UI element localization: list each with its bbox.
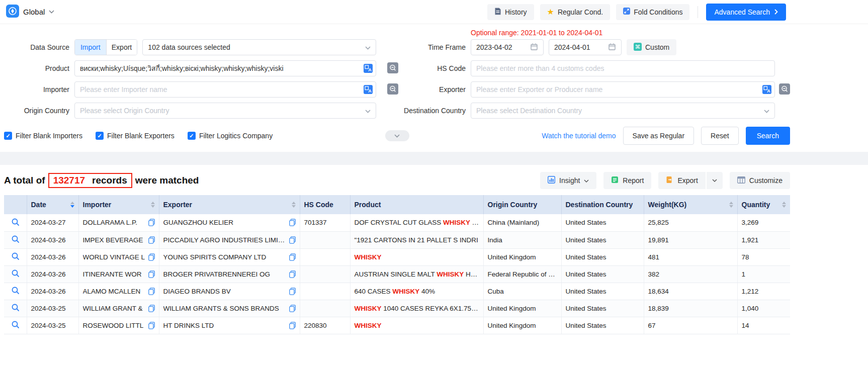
date-to-picker[interactable]: 2024-04-01 [549, 39, 622, 55]
exclude-search-icon[interactable] [779, 83, 790, 96]
row-detail-button[interactable] [4, 248, 27, 265]
filter-blank-exporters-checkbox[interactable]: ✓ Filter Blank Exporters [96, 132, 175, 140]
exclude-search-icon[interactable] [387, 62, 398, 75]
cell-date: 2024-03-26 [27, 283, 78, 300]
time-frame-label: Time Frame [400, 43, 471, 51]
insight-button[interactable]: Insight [540, 172, 596, 189]
section-divider [0, 152, 868, 165]
row-detail-button[interactable] [4, 300, 27, 317]
exclude-search-icon[interactable] [387, 83, 398, 96]
copy-icon[interactable] [148, 270, 155, 278]
chevron-down-icon [365, 43, 371, 51]
save-as-regular-button[interactable]: Save as Regular [623, 127, 695, 145]
cell-exporter: DIAGEO BRANDS BV [159, 283, 300, 300]
regular-conditions-label: Regular Cond. [558, 8, 603, 16]
cell-importer: IMPEX BEVERAGE [78, 231, 159, 248]
exporter-label: Exporter [400, 85, 471, 94]
cell-exporter: GUANGZHOU KELIER [159, 214, 300, 231]
row-detail-button[interactable] [4, 283, 27, 300]
tutorial-demo-link[interactable]: Watch the tutorial demo [542, 132, 616, 140]
row-detail-button[interactable] [4, 317, 27, 334]
export-button[interactable]: Export [658, 172, 705, 189]
row-detail-button[interactable] [4, 265, 27, 283]
date-to-value: 2024-04-01 [554, 43, 590, 51]
export-options-button[interactable] [706, 172, 723, 189]
product-label: Product [4, 64, 74, 72]
translate-icon[interactable]: A [762, 85, 771, 94]
cell-hs-code [300, 265, 350, 283]
product-input[interactable] [80, 64, 371, 72]
filter-logistics-checkbox[interactable]: ✓ Filter Logitics Company [188, 132, 273, 140]
copy-icon[interactable] [148, 253, 155, 261]
table-row: 2024-03-25ROSEWOOD LITTLHT DRINKS LTD220… [4, 317, 790, 334]
report-label: Report [623, 176, 644, 185]
date-from-picker[interactable]: 2023-04-02 [471, 39, 544, 55]
sort-icon[interactable] [148, 202, 155, 208]
cell-hs-code: 220830 [300, 317, 350, 334]
copy-icon[interactable] [289, 236, 296, 244]
copy-icon[interactable] [289, 219, 296, 226]
chevron-down-icon [365, 107, 371, 115]
sort-icon[interactable] [289, 202, 296, 208]
copy-icon[interactable] [148, 219, 155, 226]
row-detail-button[interactable] [4, 231, 27, 248]
data-sources-select[interactable]: 102 data sources selected [142, 39, 376, 55]
region-selector[interactable]: Global [6, 5, 54, 19]
advanced-search-button[interactable]: Advanced Search [706, 4, 786, 21]
row-detail-button[interactable] [4, 214, 27, 231]
svg-text:A: A [368, 88, 372, 94]
cell-hs-code [300, 248, 350, 265]
destination-country-select[interactable]: Please select Destination Country [471, 103, 775, 119]
copy-icon[interactable] [148, 305, 155, 312]
cell-quantity: 3,269 [737, 214, 790, 231]
copy-icon[interactable] [289, 270, 296, 278]
reset-button[interactable]: Reset [701, 127, 739, 145]
copy-icon[interactable] [148, 322, 155, 329]
copy-icon[interactable] [148, 288, 155, 295]
copy-icon[interactable] [289, 305, 296, 312]
chevron-down-icon [394, 134, 400, 138]
cell-exporter: YOUNG SPIRITS COMPANY LTD [159, 248, 300, 265]
custom-range-button[interactable]: ⌘ Custom [627, 39, 676, 55]
column-header-label: Product [355, 201, 381, 209]
copy-icon[interactable] [289, 253, 296, 261]
translate-icon[interactable]: A [364, 64, 373, 73]
sort-icon[interactable] [67, 202, 74, 208]
copy-icon[interactable] [289, 288, 296, 295]
filter-blank-importers-checkbox[interactable]: ✓ Filter Blank Importers [4, 132, 82, 140]
importer-input[interactable] [80, 85, 371, 94]
history-button[interactable]: History [487, 4, 534, 20]
column-header[interactable]: Exporter [159, 195, 300, 214]
search-button[interactable]: Search [746, 127, 790, 145]
data-sources-value: 102 data sources selected [148, 43, 230, 51]
report-button[interactable]: Report [603, 172, 651, 189]
copy-icon[interactable] [289, 322, 296, 329]
collapse-form-button[interactable] [385, 130, 409, 141]
cell-weight: 25,825 [644, 214, 737, 231]
translate-icon[interactable]: A [364, 85, 373, 94]
sort-icon[interactable] [726, 202, 733, 208]
origin-country-select[interactable]: Please select Origin Country [74, 103, 376, 119]
cell-product: "1921 CARTONS IN 21 PALLET S INDRI [350, 231, 483, 248]
column-header[interactable]: Importer [78, 195, 159, 214]
sort-icon[interactable] [779, 202, 786, 208]
customize-icon [737, 176, 745, 185]
data-source-export-tab[interactable]: Export [106, 40, 137, 55]
filter-logistics-label: Filter Logitics Company [199, 132, 273, 140]
cell-destination-country: United States [561, 317, 644, 334]
customize-button[interactable]: Customize [730, 172, 790, 189]
regular-conditions-button[interactable]: ★ Regular Cond. [540, 4, 611, 20]
cell-importer: DOLLARAMA L.P. [78, 214, 159, 231]
cell-exporter: BROGER PRIVATBRENNEREI OG [159, 265, 300, 283]
column-header[interactable]: Weight(KG) [644, 195, 737, 214]
hs-code-input[interactable] [476, 64, 769, 72]
cell-product: WHISKY [350, 248, 483, 265]
copy-icon[interactable] [148, 236, 155, 244]
fold-conditions-button[interactable]: Fold Conditions [616, 4, 689, 20]
divider [698, 6, 698, 18]
data-source-import-tab[interactable]: Import [75, 40, 106, 55]
cell-date: 2024-03-27 [27, 214, 78, 231]
column-header[interactable]: Quantity [737, 195, 790, 214]
column-header[interactable]: Date [27, 195, 78, 214]
exporter-input[interactable] [476, 85, 769, 94]
